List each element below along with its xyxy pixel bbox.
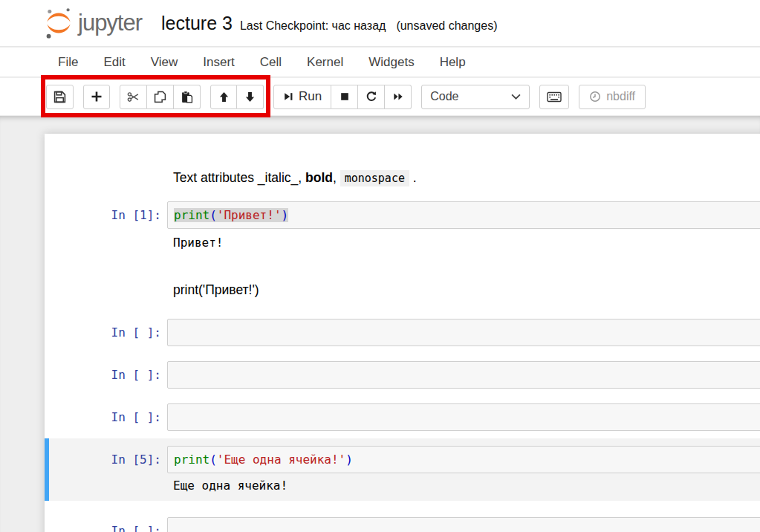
menubar: File Edit View Insert Cell Kernel Widget… bbox=[0, 48, 760, 77]
stop-icon bbox=[340, 91, 350, 102]
code-cell[interactable]: In [ ]: bbox=[45, 311, 760, 354]
markdown-rendered-text: print('Привет!') bbox=[167, 280, 760, 299]
jupyter-logo-icon bbox=[45, 7, 73, 39]
run-button-label: Run bbox=[299, 89, 322, 104]
cell-type-dropdown[interactable]: Code bbox=[421, 85, 530, 109]
keyboard-icon bbox=[547, 91, 562, 103]
menu-insert[interactable]: Insert bbox=[190, 49, 247, 76]
cell-output: Привет! bbox=[167, 235, 223, 250]
command-palette-button[interactable] bbox=[539, 85, 569, 109]
unsaved-changes-badge: (unsaved changes) bbox=[396, 19, 497, 33]
code-input[interactable] bbox=[167, 517, 760, 532]
code-input[interactable] bbox=[167, 361, 760, 389]
notebook: Text attributes _italic_, bold, monospac… bbox=[45, 134, 760, 532]
move-cell-up-button[interactable] bbox=[210, 85, 237, 109]
header: jupyter lecture 3 Last Checkpoint: час н… bbox=[0, 0, 760, 47]
step-forward-icon bbox=[283, 91, 293, 102]
cell-input-row: In [ ]: bbox=[45, 517, 760, 532]
cell-input-row: In [1]:print('Привет!') bbox=[45, 201, 760, 229]
output-prompt bbox=[45, 478, 167, 493]
copy-icon bbox=[154, 91, 166, 103]
save-button[interactable] bbox=[46, 85, 74, 109]
move-down-icon bbox=[244, 91, 256, 103]
markdown-cell[interactable]: print('Привет!') bbox=[45, 274, 760, 305]
toolbar: Run Code bbox=[0, 78, 760, 115]
interrupt-kernel-button[interactable] bbox=[331, 85, 358, 109]
markdown-rendered-text: Text attributes _italic_, bold, monospac… bbox=[167, 168, 760, 188]
save-icon bbox=[53, 91, 66, 103]
move-up-icon bbox=[218, 91, 230, 103]
menu-widgets[interactable]: Widgets bbox=[356, 49, 426, 76]
jupyter-logo-text: jupyter bbox=[78, 10, 142, 36]
cut-icon bbox=[127, 91, 140, 103]
code-input[interactable]: print('Привет!') bbox=[167, 201, 760, 229]
selected-code-text: print('Привет!') bbox=[174, 208, 288, 222]
input-prompt: In [5]: bbox=[45, 446, 167, 473]
fast-forward-icon bbox=[392, 91, 404, 102]
menu-cell[interactable]: Cell bbox=[247, 49, 294, 76]
code-cell[interactable]: In [ ]: bbox=[45, 510, 760, 532]
restart-kernel-button[interactable] bbox=[358, 85, 385, 109]
menu-help[interactable]: Help bbox=[427, 49, 478, 76]
nbdiff-button-label: nbdiff bbox=[606, 90, 635, 103]
cell-output: Еще одна ячейка! bbox=[167, 478, 288, 493]
notebook-background: Text attributes _italic_, bold, monospac… bbox=[0, 116, 760, 532]
code-input[interactable]: print('Еще одна ячейка!') bbox=[167, 446, 760, 473]
input-prompt: In [ ]: bbox=[45, 361, 167, 389]
cell-output-row: Привет! bbox=[45, 235, 760, 250]
jupyter-logo[interactable]: jupyter bbox=[45, 7, 142, 39]
cell-output-row: Еще одна ячейка! bbox=[45, 478, 760, 493]
clock-icon bbox=[589, 91, 601, 103]
chevron-down-icon bbox=[511, 94, 521, 100]
code-input[interactable] bbox=[167, 319, 760, 346]
menu-file[interactable]: File bbox=[45, 49, 91, 76]
output-prompt bbox=[45, 235, 167, 250]
code-cell[interactable]: In [5]:print('Еще одна ячейка!')Еще одна… bbox=[45, 438, 760, 501]
cell-input-row: In [ ]: bbox=[45, 319, 760, 346]
restart-kernel-icon bbox=[366, 91, 377, 103]
cell-input-row: In [5]:print('Еще одна ячейка!') bbox=[45, 446, 760, 473]
add-cell-icon bbox=[91, 91, 103, 103]
notebook-title[interactable]: lecture 3 bbox=[161, 13, 233, 34]
insert-cell-below-button[interactable] bbox=[83, 85, 110, 109]
code-cell[interactable]: In [ ]: bbox=[45, 396, 760, 438]
cell-type-value: Code bbox=[430, 90, 458, 103]
menu-edit[interactable]: Edit bbox=[91, 49, 137, 76]
input-prompt: In [ ]: bbox=[45, 517, 167, 532]
input-prompt: In [ ]: bbox=[45, 403, 167, 431]
run-button[interactable]: Run bbox=[273, 85, 331, 109]
code-input[interactable] bbox=[167, 403, 760, 431]
menu-view[interactable]: View bbox=[138, 49, 191, 76]
move-cell-down-button[interactable] bbox=[237, 85, 264, 109]
paste-icon bbox=[181, 91, 193, 103]
cut-cells-button[interactable] bbox=[120, 85, 147, 109]
nbdiff-button[interactable]: nbdiff bbox=[579, 85, 646, 109]
checkpoint-status: Last Checkpoint: час назад bbox=[240, 19, 386, 33]
input-prompt: In [ ]: bbox=[45, 319, 167, 346]
menu-kernel[interactable]: Kernel bbox=[294, 49, 356, 76]
paste-cells-button[interactable] bbox=[174, 85, 201, 109]
copy-cells-button[interactable] bbox=[147, 85, 174, 109]
cell-input-row: In [ ]: bbox=[45, 361, 760, 389]
input-prompt: In [1]: bbox=[45, 201, 167, 229]
code-cell[interactable]: In [ ]: bbox=[45, 354, 760, 396]
code-cell[interactable]: In [1]:print('Привет!')Привет! bbox=[45, 194, 760, 258]
cell-input-row: In [ ]: bbox=[45, 403, 760, 431]
title-area: lecture 3 Last Checkpoint: час назад (un… bbox=[161, 13, 497, 34]
restart-run-all-button[interactable] bbox=[385, 85, 412, 109]
markdown-cell[interactable]: Text attributes _italic_, bold, monospac… bbox=[45, 162, 760, 194]
